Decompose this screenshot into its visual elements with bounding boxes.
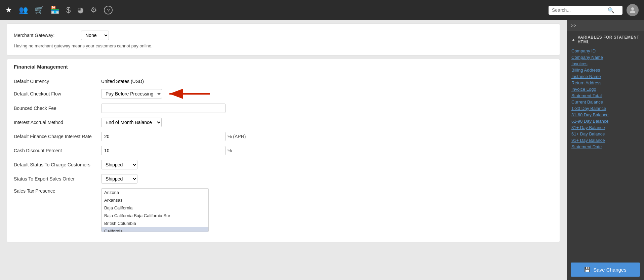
- interest-accrual-label: Interest Accrual Method: [14, 120, 101, 125]
- merchant-gateway-select[interactable]: None Stripe PayPal: [81, 31, 109, 40]
- sidebar-expand-button[interactable]: >>: [567, 20, 644, 31]
- nav-search-bar[interactable]: 🔍: [549, 6, 622, 15]
- financial-section-body: Default Currency United States (USD) Def…: [7, 73, 560, 242]
- bounced-check-fee-row: Bounced Check Fee: [14, 104, 553, 113]
- sidebar-link-billing-address[interactable]: Billing Address: [571, 68, 639, 73]
- sidebar-link-company-id[interactable]: Company ID: [571, 48, 639, 53]
- cash-discount-input[interactable]: [101, 146, 226, 155]
- sidebar-link-company-name[interactable]: Company Name: [571, 55, 639, 60]
- avatar[interactable]: [627, 4, 639, 16]
- interest-accrual-control: End of Month Balance Average Daily Balan…: [101, 118, 229, 127]
- default-checkout-flow-select[interactable]: Pay Before Processing Pay After Processi…: [101, 89, 162, 98]
- interest-accrual-row: Interest Accrual Method End of Month Bal…: [14, 118, 553, 127]
- list-item[interactable]: Arizona: [102, 189, 208, 196]
- save-label: Save Changes: [593, 267, 626, 273]
- merchant-note: Having no merchant gateway means your cu…: [14, 43, 553, 48]
- sidebar-link-61plus-balance[interactable]: 61+ Day Balance: [571, 131, 639, 136]
- sidebar-link-91plus-balance[interactable]: 91+ Day Balance: [571, 138, 639, 143]
- sales-tax-control: Arizona Arkansas Baja California Baja Ca…: [101, 188, 229, 232]
- nav-icon-chart[interactable]: ◕: [77, 6, 84, 14]
- checkout-flow-control: Pay Before Processing Pay After Processi…: [101, 89, 229, 99]
- default-status-control: Shipped Processing Delivered: [101, 160, 229, 169]
- sidebar-link-31plus-balance[interactable]: 31+ Day Balance: [571, 125, 639, 130]
- default-currency-text: United States (USD): [101, 79, 144, 84]
- finance-charge-suffix: % (APR): [228, 134, 246, 139]
- nav-icon-store[interactable]: 🏪: [50, 6, 59, 14]
- default-currency-value: United States (USD): [101, 79, 229, 84]
- list-item[interactable]: Baja California Baja California Sur: [102, 212, 208, 219]
- nav-icon-settings[interactable]: ⚙: [90, 6, 97, 14]
- sales-tax-row: Sales Tax Presence Arizona Arkansas Baja…: [14, 188, 553, 232]
- cash-discount-row: Cash Discount Percent %: [14, 146, 553, 155]
- finance-charge-row: Default Finance Charge Interest Rate % (…: [14, 132, 553, 141]
- variables-header-text: VARIABLES FOR STATEMENT HTML: [577, 35, 639, 44]
- bounced-check-fee-control: [101, 104, 229, 113]
- merchant-gateway-row: Merchant Gateway: None Stripe PayPal: [14, 31, 553, 40]
- interest-accrual-select[interactable]: End of Month Balance Average Daily Balan…: [101, 118, 162, 127]
- export-status-label: Status To Export Sales Order: [14, 176, 101, 182]
- list-item[interactable]: Arkansas: [102, 196, 208, 204]
- nav-icon-users[interactable]: 👥: [19, 6, 28, 14]
- sidebar-link-31-60-balance[interactable]: 31-60 Day Balance: [571, 112, 639, 117]
- list-item[interactable]: Baja California: [102, 204, 208, 212]
- finance-charge-input[interactable]: [101, 132, 226, 141]
- sidebar-link-61-90-balance[interactable]: 61-90 Day Balance: [571, 119, 639, 124]
- financial-management-section: Financial Management Default Currency Un…: [7, 59, 560, 242]
- sidebar-link-statement-date[interactable]: Statement Date: [571, 144, 639, 149]
- list-item[interactable]: British Columbia: [102, 219, 208, 227]
- default-currency-label: Default Currency: [14, 79, 101, 84]
- bounced-check-fee-input[interactable]: [101, 104, 226, 113]
- export-status-row: Status To Export Sales Order Shipped Pro…: [14, 174, 553, 184]
- finance-charge-label: Default Finance Charge Interest Rate: [14, 134, 101, 139]
- merchant-gateway-section: Merchant Gateway: None Stripe PayPal Hav…: [7, 24, 560, 55]
- search-input[interactable]: [552, 7, 606, 13]
- financial-section-title: Financial Management: [7, 59, 560, 73]
- right-sidebar: >> ▲ VARIABLES FOR STATEMENT HTML Compan…: [567, 20, 644, 280]
- variables-header: ▲ VARIABLES FOR STATEMENT HTML: [567, 31, 644, 47]
- default-checkout-flow-row: Default Checkout Flow Pay Before Process…: [14, 89, 553, 99]
- save-button-bar: 💾 Save Changes: [567, 259, 644, 280]
- cash-discount-label: Cash Discount Percent: [14, 148, 101, 153]
- save-changes-button[interactable]: 💾 Save Changes: [571, 263, 640, 277]
- default-status-label: Default Status To Charge Customers: [14, 162, 101, 167]
- sidebar-link-invoices[interactable]: Invoices: [571, 61, 639, 66]
- export-status-select[interactable]: Shipped Processing Delivered: [101, 174, 137, 184]
- sidebar-links-container: Company ID Company Name Invoices Billing…: [567, 47, 644, 155]
- export-status-control: Shipped Processing Delivered: [101, 174, 229, 184]
- sales-tax-listbox[interactable]: Arizona Arkansas Baja California Baja Ca…: [101, 188, 209, 232]
- sidebar-link-statement-total[interactable]: Statement Total: [571, 93, 639, 98]
- content-area: Merchant Gateway: None Stripe PayPal Hav…: [0, 20, 567, 280]
- sidebar-link-instance-name[interactable]: Instance Name: [571, 74, 639, 79]
- default-currency-row: Default Currency United States (USD): [14, 79, 553, 84]
- sidebar-link-current-balance[interactable]: Current Balance: [571, 99, 639, 105]
- default-checkout-flow-label: Default Checkout Flow: [14, 91, 101, 96]
- save-icon: 💾: [584, 267, 591, 273]
- sidebar-link-invoice-logo[interactable]: Invoice Logo: [571, 87, 639, 92]
- cash-discount-suffix: %: [228, 148, 232, 153]
- top-nav: ★ 👥 🛒 🏪 $ ◕ ⚙ ? 🔍: [0, 0, 644, 20]
- nav-icon-cart[interactable]: 🛒: [35, 6, 44, 14]
- sidebar-link-1-30-balance[interactable]: 1-30 Day Balance: [571, 106, 639, 111]
- caret-icon: ▲: [571, 37, 575, 42]
- cash-discount-control: %: [101, 146, 232, 155]
- nav-icon-help[interactable]: ?: [104, 6, 113, 14]
- default-status-row: Default Status To Charge Customers Shipp…: [14, 160, 553, 169]
- main-layout: Merchant Gateway: None Stripe PayPal Hav…: [0, 20, 644, 280]
- red-arrow-icon: [166, 89, 210, 99]
- merchant-gateway-label: Merchant Gateway:: [14, 33, 81, 38]
- default-status-select[interactable]: Shipped Processing Delivered: [101, 160, 137, 169]
- sales-tax-label: Sales Tax Presence: [14, 188, 101, 194]
- nav-icons: ★ 👥 🛒 🏪 $ ◕ ⚙ ?: [5, 5, 549, 15]
- bounced-check-fee-label: Bounced Check Fee: [14, 106, 101, 111]
- nav-icon-star[interactable]: ★: [5, 6, 12, 14]
- svg-point-0: [631, 7, 634, 10]
- list-item-california[interactable]: California: [102, 227, 208, 232]
- nav-icon-dollar[interactable]: $: [66, 5, 71, 15]
- finance-charge-control: % (APR): [101, 132, 246, 141]
- search-icon: 🔍: [608, 7, 614, 13]
- sidebar-link-return-address[interactable]: Return Address: [571, 80, 639, 85]
